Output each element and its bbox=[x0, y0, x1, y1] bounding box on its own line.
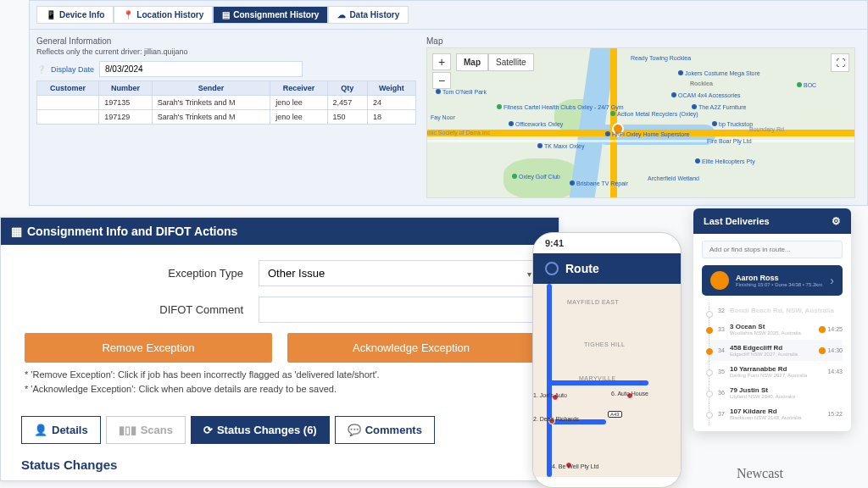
globe-icon bbox=[545, 262, 559, 275]
subtab-comments[interactable]: 💬Comments bbox=[335, 416, 435, 444]
history-tabs: 📱Device Info 📍Location History ▤Consignm… bbox=[30, 1, 867, 30]
tab-device-info[interactable]: 📱Device Info bbox=[36, 6, 114, 24]
list-item[interactable]: 34458 Edgecliff RdEdgecliff NSW 2027, Au… bbox=[709, 340, 843, 361]
difot-comment-input[interactable] bbox=[259, 297, 538, 323]
speech-icon: 💬 bbox=[348, 424, 361, 436]
stop-list: 32Bondi Beach Rd, NSW, Australia 333 Oce… bbox=[693, 302, 851, 431]
zoom-in-button[interactable]: + bbox=[432, 53, 451, 70]
exception-type-select[interactable]: Other Issue bbox=[259, 260, 538, 286]
avatar bbox=[710, 271, 729, 290]
map-title: Map bbox=[426, 36, 855, 46]
driver-note: Reflects only the current driver: jillia… bbox=[36, 47, 416, 56]
table-row[interactable]: 197135Sarah's Trinkets and Mjeno lee2,45… bbox=[37, 96, 416, 110]
th-receiver[interactable]: Receiver bbox=[270, 81, 327, 96]
help-icon[interactable]: ❔ bbox=[36, 65, 46, 74]
difot-header: ▦Consignment Info and DIFOT Actions bbox=[1, 218, 559, 245]
person-icon: 👤 bbox=[34, 424, 47, 436]
th-weight[interactable]: Weight bbox=[367, 81, 415, 96]
subtab-status-changes[interactable]: ⟳Status Changes (6) bbox=[191, 416, 330, 444]
list-item[interactable]: 37107 Kildare RdBlacktown NSW 2148, Aust… bbox=[709, 403, 843, 424]
th-qty[interactable]: Qty bbox=[327, 81, 367, 96]
phone-time: 9:41 bbox=[533, 233, 681, 253]
display-date-label: Display Date bbox=[51, 65, 94, 74]
exception-type-label: Exception Type bbox=[21, 267, 259, 280]
list-item[interactable]: 3510 Yarranabbe RdDarling Point NSW 2027… bbox=[709, 361, 843, 382]
list-item[interactable]: 3679 Justin StLilyfield NSW 2040, Austra… bbox=[709, 382, 843, 403]
zoom-controls: + − bbox=[432, 53, 451, 91]
table-row[interactable]: 197129Sarah's Trinkets and Mjeno lee1501… bbox=[37, 110, 416, 125]
phone-icon: 📱 bbox=[46, 10, 56, 19]
consignment-table: Customer Number Sender Receiver Qty Weig… bbox=[36, 80, 416, 125]
status-changes-heading: Status Changes bbox=[1, 449, 559, 480]
route-search-input[interactable] bbox=[702, 241, 843, 258]
difot-subtabs: 👤Details ▮▯▮Scans ⟳Status Changes (6) 💬C… bbox=[1, 404, 559, 449]
list-icon: ▤ bbox=[222, 10, 230, 19]
last-deliveries-panel: Last Deliveries⚙ Aaron RossFinishing 15:… bbox=[693, 208, 851, 431]
barcode-icon: ▮▯▮ bbox=[119, 424, 136, 436]
difot-comment-label: DIFOT Comment bbox=[21, 303, 259, 316]
subtab-details[interactable]: 👤Details bbox=[21, 416, 101, 444]
th-sender[interactable]: Sender bbox=[152, 81, 270, 96]
fullscreen-button[interactable]: ⛶ bbox=[831, 53, 849, 72]
phone-mockup: 9:41 Route MAYFIELD EAST TIGHES HILL MAR… bbox=[532, 232, 682, 488]
tab-data-history[interactable]: ☁Data History bbox=[328, 6, 409, 24]
help-note-1: * 'Remove Exception': Click if job has b… bbox=[21, 368, 538, 382]
list-item[interactable]: 32Bondi Beach Rd, NSW, Australia bbox=[709, 302, 843, 319]
tab-consignment-history[interactable]: ▤Consignment History bbox=[213, 6, 328, 24]
difot-panel: ▦Consignment Info and DIFOT Actions Exce… bbox=[0, 217, 559, 481]
gear-icon[interactable]: ⚙ bbox=[832, 215, 841, 227]
refresh-icon: ⟳ bbox=[203, 424, 213, 436]
deliveries-title: Last Deliveries bbox=[704, 216, 770, 226]
general-info-title: General Information bbox=[36, 36, 416, 46]
history-panel: 📱Device Info 📍Location History ▤Consignm… bbox=[29, 0, 868, 206]
map-city-label: Newcast bbox=[737, 466, 783, 481]
phone-route-map[interactable]: MAYFIELD EAST TIGHES HILL MARYVILLE 1. J… bbox=[533, 284, 681, 477]
phone-header: Route bbox=[533, 253, 681, 284]
acknowledge-exception-button[interactable]: Acknowledge Exception bbox=[287, 333, 535, 363]
zoom-out-button[interactable]: − bbox=[432, 72, 451, 89]
th-customer[interactable]: Customer bbox=[37, 81, 99, 96]
map-type-map[interactable]: Map bbox=[456, 53, 488, 71]
cloud-icon: ☁ bbox=[337, 10, 346, 19]
subtab-scans[interactable]: ▮▯▮Scans bbox=[106, 416, 186, 444]
th-number[interactable]: Number bbox=[99, 81, 153, 96]
general-info: General Information Reflects only the cu… bbox=[36, 36, 416, 198]
driver-card[interactable]: Aaron RossFinishing 15:07 • Done 34/38 •… bbox=[702, 265, 843, 296]
tab-location-history[interactable]: 📍Location History bbox=[114, 6, 213, 24]
list-item[interactable]: 333 Ocean StWoollahra NSW 2025, Australi… bbox=[709, 319, 843, 340]
display-date-input[interactable] bbox=[99, 61, 303, 77]
help-note-2: * 'Acknowledge Exception': Click when ab… bbox=[21, 382, 538, 396]
google-map[interactable]: + − Map Satellite ⛶ Tom O'Neill Park Fay… bbox=[426, 47, 855, 198]
expand-icon: ⛶ bbox=[836, 58, 845, 68]
pin-icon: 📍 bbox=[123, 10, 133, 19]
remove-exception-button[interactable]: Remove Exception bbox=[25, 333, 272, 363]
grid-icon: ▦ bbox=[11, 225, 22, 238]
map-type-satellite[interactable]: Satellite bbox=[488, 53, 534, 71]
